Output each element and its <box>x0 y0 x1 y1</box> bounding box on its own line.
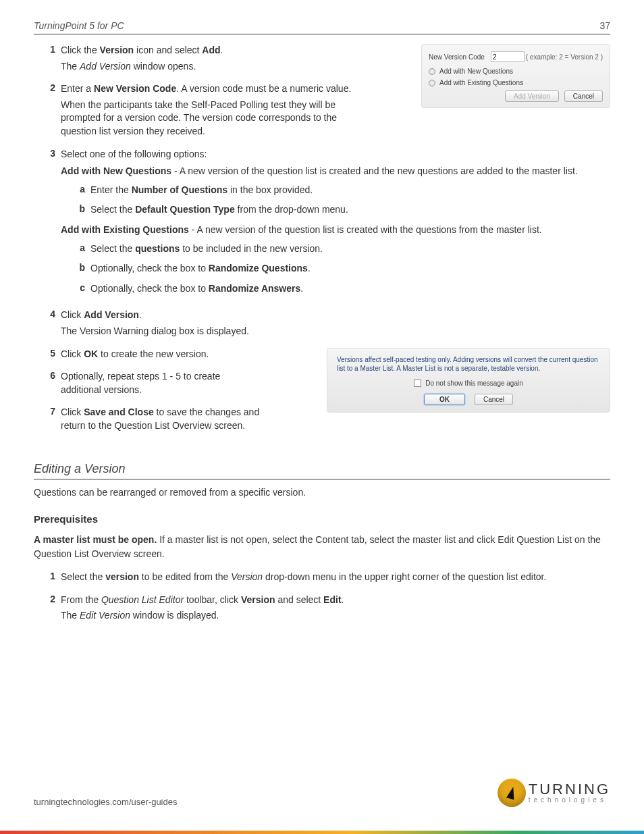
sub-item: aEnter the Number of Questions in the bo… <box>76 184 610 200</box>
doc-title: TurningPoint 5 for PC <box>34 20 124 31</box>
sub-marker: b <box>76 262 90 278</box>
sub-item: cOptionally, check the box to Randomize … <box>76 282 610 298</box>
sub-list: aEnter the Number of Questions in the bo… <box>61 184 610 219</box>
version-code-input[interactable] <box>491 51 525 62</box>
sub-item: bSelect the Default Question Type from t… <box>76 203 610 219</box>
step-number: 3 <box>46 148 61 159</box>
add-version-button[interactable]: Add Version <box>505 90 559 102</box>
ok-button[interactable]: OK <box>424 394 465 405</box>
page-footer: turningtechnologies.com/user-guides TURN… <box>34 779 610 807</box>
code-example: ( example: 2 = Version 2 ) <box>526 53 603 61</box>
page: TurningPoint 5 for PC 37 New Version Cod… <box>0 0 644 625</box>
page-number: 37 <box>599 20 610 31</box>
step-item: 6Optionally, repeat steps 1 - 5 to creat… <box>46 370 317 399</box>
radio-icon[interactable] <box>429 68 435 75</box>
sub-item: bOptionally, check the box to Randomize … <box>76 262 610 278</box>
cancel-button[interactable]: Cancel <box>564 90 603 102</box>
footer-url: turningtechnologies.com/user-guides <box>34 797 177 807</box>
sub-item: aSelect the questions to be included in … <box>76 242 610 259</box>
step-number: 5 <box>46 348 61 359</box>
sub-list: aSelect the questions to be included in … <box>61 242 610 298</box>
radio-new-questions[interactable]: Add with New Questions <box>439 68 513 75</box>
logo-subbrand: technologies <box>529 797 610 804</box>
checkbox-label: Do not show this message again <box>425 380 523 387</box>
sub-marker: c <box>76 282 90 298</box>
step-item: 3Select one of the following options:Add… <box>46 148 610 303</box>
color-stripe <box>0 831 644 834</box>
step-number: 6 <box>46 370 61 381</box>
logo-brand: TURNING <box>529 782 610 797</box>
radio-existing-questions[interactable]: Add with Existing Questions <box>439 79 523 86</box>
step-item: 2Enter a New Version Code. A version cod… <box>46 82 412 140</box>
warning-message: Versions affect self-paced testing only.… <box>337 355 600 373</box>
sub-marker: a <box>76 184 90 200</box>
step-item: 5Click OK to create the new version. <box>46 348 317 364</box>
step-number: 2 <box>46 82 61 93</box>
turning-logo: TURNING technologies <box>498 779 610 807</box>
page-header: TurningPoint 5 for PC 37 <box>34 20 610 34</box>
step-item: 1Select the version to be edited from th… <box>46 571 610 587</box>
sub-marker: a <box>76 242 90 259</box>
version-warning-dialog: Versions affect self-paced testing only.… <box>327 348 610 413</box>
step-number: 1 <box>46 571 61 581</box>
code-label: New Version Code <box>429 53 491 61</box>
step-number: 2 <box>46 594 61 604</box>
step-item: 4Click Add Version.The Version Warning d… <box>46 309 610 340</box>
step-item: 1Click the Version icon and select Add.T… <box>46 44 412 76</box>
editing-version-heading: Editing a Version <box>34 462 610 479</box>
radio-icon[interactable] <box>429 80 435 86</box>
do-not-show-checkbox[interactable] <box>414 380 421 387</box>
cancel-button[interactable]: Cancel <box>475 394 513 405</box>
step-item: 7Click Save and Close to save the change… <box>46 406 317 435</box>
logo-icon <box>498 779 526 807</box>
sub-marker: b <box>76 203 90 219</box>
prereq-body: A master list must be open. If a master … <box>34 533 610 561</box>
step-number: 4 <box>46 309 61 319</box>
edit-step-list: 1Select the version to be edited from th… <box>34 571 610 625</box>
step-number: 1 <box>46 44 61 55</box>
step-number: 7 <box>46 406 61 417</box>
step-item: 2From the Question List Editor toolbar, … <box>46 594 610 625</box>
edit-intro: Questions can be rearranged or removed f… <box>34 486 610 500</box>
add-version-dialog: New Version Code ( example: 2 = Version … <box>421 44 610 108</box>
prereq-heading: Prerequisites <box>34 513 610 525</box>
